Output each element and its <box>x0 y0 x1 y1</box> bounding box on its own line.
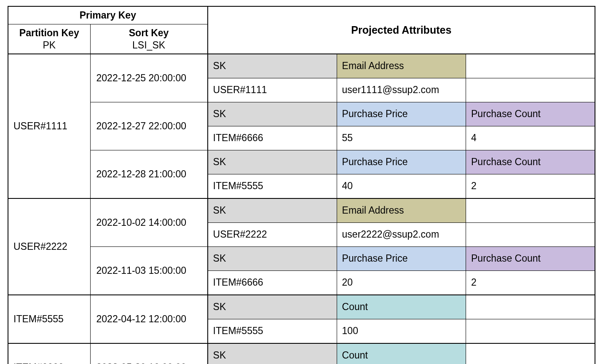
attr-header-sk: SK <box>208 247 337 270</box>
header-primary-key: Primary Key <box>8 7 207 24</box>
attr-header-empty <box>466 199 595 222</box>
attr-value-cell: ITEM#6666 <box>208 126 337 150</box>
attr-value-cell: USER#2222 <box>208 223 337 246</box>
attr-value-cell: 40 <box>337 174 466 198</box>
attr-header-empty <box>466 344 595 364</box>
partition-key-cell: USER#1111 <box>8 115 90 138</box>
sort-key-cell: 2022-12-28 21:00:00 <box>91 163 207 186</box>
attr-value-cell: USER#1111 <box>208 78 337 102</box>
attr-value-cell: user2222@ssup2.com <box>337 223 466 246</box>
attr-header-empty <box>466 295 595 319</box>
attr-header-email: Email Address <box>337 54 466 78</box>
sort-key-cell: 2022-04-12 12:00:00 <box>91 308 207 331</box>
attr-header-sk: SK <box>208 295 337 319</box>
sort-key-cell: 2022-05-30 16:00:00 <box>91 356 207 364</box>
attr-header-count: Count <box>337 295 466 319</box>
attr-value-cell: 4 <box>466 126 595 150</box>
attr-header-price: Purchase Price <box>337 150 466 174</box>
attr-header-pcount: Purchase Count <box>466 247 595 270</box>
attr-header-price: Purchase Price <box>337 247 466 270</box>
attr-value-cell: ITEM#5555 <box>208 174 337 198</box>
sort-key-cell: 2022-10-02 14:00:00 <box>91 211 207 235</box>
attr-header-sk: SK <box>208 199 337 222</box>
sort-key-cell: 2022-12-27 22:00:00 <box>91 115 207 138</box>
partition-key-cell: ITEM#5555 <box>8 308 90 331</box>
attr-value-cell: 55 <box>337 126 466 150</box>
attr-value-cell <box>466 78 595 102</box>
attr-header-count: Count <box>337 344 466 364</box>
attr-value-cell: ITEM#5555 <box>208 319 337 343</box>
attr-value-cell <box>466 223 595 246</box>
attr-header-pcount: Purchase Count <box>466 150 595 174</box>
index-table: Primary Key Projected Attributes Partiti… <box>8 6 595 364</box>
sort-key-cell: 2022-11-03 15:00:00 <box>91 259 207 283</box>
attr-header-pcount: Purchase Count <box>466 102 595 126</box>
attr-header-sk: SK <box>208 344 337 364</box>
attr-value-cell: 2 <box>466 174 595 198</box>
header-partition-key: Partition Key PK <box>8 24 90 54</box>
attr-header-sk: SK <box>208 102 337 126</box>
header-sort-key: Sort Key LSI_SK <box>91 24 207 54</box>
attr-header-email: Email Address <box>337 199 466 222</box>
attr-value-cell: ITEM#6666 <box>208 271 337 294</box>
attr-header-sk: SK <box>208 54 337 78</box>
attr-value-cell: 20 <box>337 271 466 294</box>
attr-value-cell: user1111@ssup2.com <box>337 78 466 102</box>
header-projected-attributes: Projected Attributes <box>208 21 595 39</box>
attr-value-cell: 100 <box>337 319 466 343</box>
sort-key-cell: 2022-12-25 20:00:00 <box>91 67 207 90</box>
attr-header-empty <box>466 54 595 78</box>
partition-key-cell: ITEM#6666 <box>8 356 90 364</box>
attr-value-cell <box>466 319 595 343</box>
partition-key-cell: USER#2222 <box>8 235 90 259</box>
attr-header-sk: SK <box>208 150 337 174</box>
attr-value-cell: 2 <box>466 271 595 294</box>
attr-header-price: Purchase Price <box>337 102 466 126</box>
